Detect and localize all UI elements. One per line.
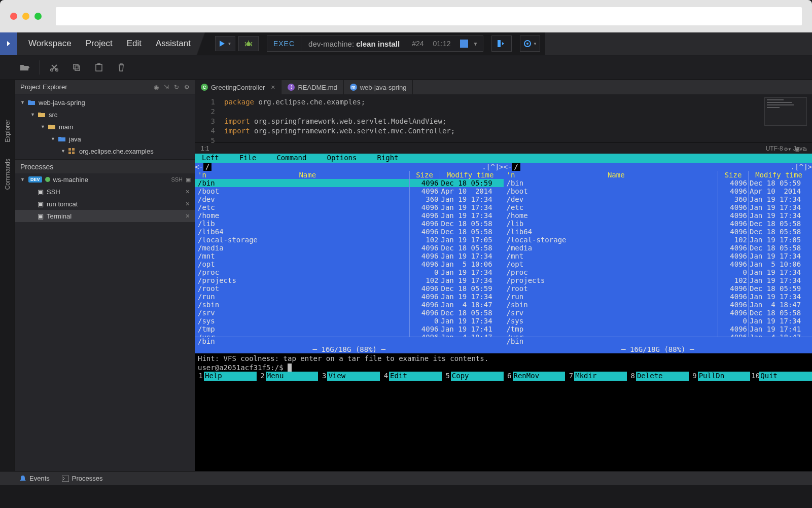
close-window-icon[interactable] <box>10 13 17 20</box>
tree-item-package[interactable]: ▼ org.eclipse.che.examples <box>15 145 195 157</box>
split-editor-button[interactable] <box>491 35 512 52</box>
mc-row[interactable]: /projects102Jan 19 17:34 <box>195 276 504 284</box>
mc-panel-left[interactable]: <- /.[^]>'nNameSizeModify time/bin4096De… <box>195 163 504 353</box>
mc-fkey-help[interactable]: 1Help <box>195 372 257 381</box>
exec-command-pill[interactable]: EXEC dev-machine: clean install #24 01:1… <box>267 35 484 52</box>
tree-item-java[interactable]: ▼ java <box>15 133 195 145</box>
mc-menu-item[interactable]: File <box>239 154 257 163</box>
process-run-tomcat[interactable]: ▣ run tomcat × <box>15 198 195 210</box>
mc-row[interactable]: /proc0Jan 19 17:34 <box>195 268 504 276</box>
mc-row[interactable]: /etc4096Jan 19 17:34 <box>504 203 813 211</box>
mc-row[interactable]: /boot4096Apr 10 2014 <box>504 187 813 195</box>
mc-row[interactable]: /lib644096Dec 18 05:58 <box>195 228 504 236</box>
mc-row[interactable]: /home4096Jan 19 17:34 <box>504 211 813 220</box>
mc-row[interactable]: /local-storage102Jan 19 17:05 <box>195 236 504 244</box>
mc-menu-item[interactable]: Left <box>202 154 219 163</box>
mc-fkey-edit[interactable]: 4Edit <box>380 372 442 381</box>
mc-fkey-quit[interactable]: 10Quit <box>750 372 812 381</box>
mc-row[interactable]: /dev360Jan 19 17:34 <box>195 195 504 203</box>
side-tab-explorer[interactable]: Explorer <box>4 116 11 147</box>
minimap[interactable] <box>764 97 807 126</box>
menubar-item-project[interactable]: Project <box>86 39 113 49</box>
maximize-window-icon[interactable] <box>34 13 42 20</box>
mc-menu-item[interactable]: Right <box>377 154 398 163</box>
paste-button[interactable] <box>88 59 110 76</box>
mc-fkey-delete[interactable]: 8Delete <box>627 372 689 381</box>
cut-button[interactable] <box>43 59 65 76</box>
close-icon[interactable]: × <box>271 83 275 91</box>
mc-row[interactable]: /dev360Jan 19 17:34 <box>504 195 813 203</box>
terminal[interactable]: ⚙▾ ▣ ▭ LeftFileCommandOptionsRight <- /.… <box>195 154 812 471</box>
url-bar[interactable] <box>56 7 802 25</box>
mc-fkey-view[interactable]: 3View <box>318 372 380 381</box>
mc-row[interactable]: /mnt4096Jan 19 17:34 <box>504 252 813 260</box>
side-tab-commands[interactable]: Commands <box>4 155 11 194</box>
stop-icon[interactable] <box>460 40 468 48</box>
run-button[interactable]: ▼ <box>215 36 235 51</box>
mc-row[interactable]: /boot4096Apr 10 2014 <box>195 187 504 195</box>
mc-row[interactable]: /usr4096Jan 4 18:47 <box>504 333 813 337</box>
editor-tab[interactable]: ⋮README.md <box>281 80 343 94</box>
mc-fkey-mkdir[interactable]: 7Mkdir <box>565 372 627 381</box>
tree-item-main[interactable]: ▼ main <box>15 121 195 133</box>
close-icon[interactable]: × <box>186 188 195 196</box>
delete-button[interactable] <box>110 59 132 76</box>
caret-down-icon[interactable]: ▼ <box>473 41 478 47</box>
mc-row[interactable]: /sbin4096Jan 4 18:47 <box>504 301 813 309</box>
mc-row[interactable]: /media4096Dec 18 05:58 <box>504 244 813 252</box>
mc-row[interactable]: /lib4096Dec 18 05:58 <box>195 220 504 228</box>
mc-row[interactable]: /bin4096Dec 18 05:59 <box>195 179 504 187</box>
close-icon[interactable]: × <box>186 212 195 220</box>
mc-row[interactable]: /root4096Dec 18 05:59 <box>195 284 504 293</box>
close-icon[interactable]: × <box>186 200 195 208</box>
mc-row[interactable]: /sys0Jan 19 17:34 <box>504 317 813 325</box>
mc-menubar[interactable]: LeftFileCommandOptionsRight <box>195 154 812 163</box>
mc-row[interactable]: /srv4096Dec 18 05:58 <box>504 309 813 317</box>
refresh-icon[interactable]: ↻ <box>174 84 179 91</box>
encoding-label[interactable]: UTF-8 <box>766 145 783 152</box>
mc-row[interactable]: /projects102Jan 19 17:34 <box>504 276 813 284</box>
new-file-button[interactable] <box>14 59 37 76</box>
mc-fkey-pulldn[interactable]: 9PullDn <box>689 372 751 381</box>
minimize-window-icon[interactable] <box>22 13 29 20</box>
mc-fkey-menu[interactable]: 2Menu <box>257 372 319 381</box>
bottom-tab-events[interactable]: Events <box>19 475 50 482</box>
mc-menu-item[interactable]: Options <box>327 154 357 163</box>
gear-icon[interactable]: ⚙▾ <box>784 146 791 153</box>
nav-toggle-button[interactable] <box>0 32 17 55</box>
menubar-item-workspace[interactable]: Workspace <box>28 39 72 49</box>
process-machine[interactable]: ▼ DEV ws-machine SSH ▣ <box>15 173 195 186</box>
maximize-icon[interactable]: ▣ <box>796 146 799 153</box>
tree-item-root[interactable]: ▼ web-java-spring <box>15 96 195 108</box>
mc-menu-item[interactable]: Command <box>276 154 306 163</box>
gear-icon[interactable]: ⚙ <box>184 84 190 91</box>
target-button[interactable]: ▼ <box>520 35 540 52</box>
mc-row[interactable]: /sys0Jan 19 17:34 <box>195 317 504 325</box>
mc-row[interactable]: /opt4096Jan 5 10:06 <box>504 260 813 268</box>
mc-row[interactable]: /root4096Dec 18 05:59 <box>504 284 813 293</box>
mc-row[interactable]: /local-storage102Jan 19 17:05 <box>504 236 813 244</box>
editor-tab[interactable]: mweb-java-spring <box>344 80 413 94</box>
debug-button[interactable] <box>238 36 259 51</box>
process-terminal[interactable]: ▣ Terminal × <box>15 210 195 222</box>
mc-fkey-copy[interactable]: 5Copy <box>442 372 504 381</box>
mc-prompt[interactable]: user@a2051acf31f5:/$ <box>195 364 812 372</box>
process-ssh[interactable]: ▣ SSH × <box>15 186 195 198</box>
mc-row[interactable]: /opt4096Jan 5 10:06 <box>195 260 504 268</box>
mc-row[interactable]: /tmp4096Jan 19 17:41 <box>504 325 813 333</box>
mc-row[interactable]: /run4096Jan 19 17:34 <box>504 293 813 301</box>
mc-row[interactable]: /usr4096Jan 4 18:47 <box>195 333 504 337</box>
mc-row[interactable]: /home4096Jan 19 17:34 <box>195 211 504 220</box>
tree-item-src[interactable]: ▼ src <box>15 108 195 121</box>
mc-row[interactable]: /run4096Jan 19 17:34 <box>195 293 504 301</box>
collapse-icon[interactable]: ⇲ <box>164 84 169 91</box>
terminal-add-icon[interactable]: ▣ <box>186 176 191 183</box>
locate-icon[interactable]: ◉ <box>154 84 159 91</box>
menubar-item-edit[interactable]: Edit <box>127 39 142 49</box>
mc-panel-right[interactable]: <- /.[^]>'nNameSizeModify time/bin4096De… <box>504 163 813 353</box>
mc-row[interactable]: /bin4096Dec 18 05:59 <box>504 179 813 187</box>
mc-row[interactable]: /tmp4096Jan 19 17:41 <box>195 325 504 333</box>
minimize-icon[interactable]: ▭ <box>803 146 807 153</box>
menubar-item-assistant[interactable]: Assistant <box>156 39 191 49</box>
copy-button[interactable] <box>65 59 88 76</box>
